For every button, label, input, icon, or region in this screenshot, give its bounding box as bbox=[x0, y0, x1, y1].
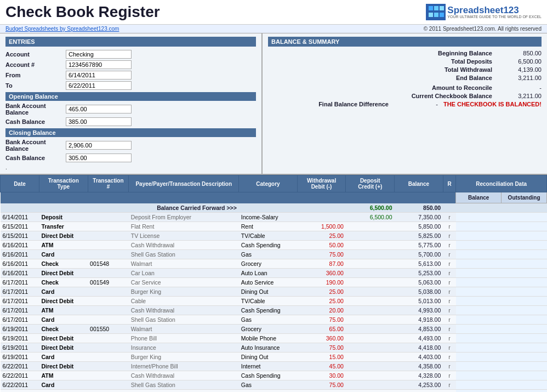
recon-balance-cell bbox=[456, 352, 502, 361]
top-section: ENTRIES Account Checking Account # 12345… bbox=[0, 33, 547, 175]
account-row: Account Checking bbox=[5, 50, 256, 59]
site-link[interactable]: Budget Spreadsheets by Spreadsheet123.co… bbox=[5, 26, 119, 32]
opening-cash-row: Cash Balance 385.00 bbox=[5, 117, 256, 126]
recon-balance-cell bbox=[456, 389, 502, 392]
recon-outstanding-cell bbox=[502, 324, 547, 333]
header: Check Book Register Spreadsheet123 YOUR … bbox=[0, 0, 547, 25]
account-num-value[interactable]: 1234567890 bbox=[66, 60, 132, 69]
to-row: To 6/22/2011 bbox=[5, 81, 256, 90]
recon-balance-cell bbox=[456, 361, 502, 371]
opening-cash-label: Cash Balance bbox=[5, 118, 66, 125]
account-num-row: Account # 1234567890 bbox=[5, 60, 256, 69]
table-row: 6/22/2011Check001551WalmartGrocery87.004… bbox=[1, 389, 547, 392]
entries-header: ENTRIES bbox=[5, 37, 256, 47]
recon-balance-cell bbox=[456, 240, 502, 249]
recon-balance-cell bbox=[456, 249, 502, 259]
table-row: 6/19/2011Direct DebitPhone BillMobile Ph… bbox=[1, 333, 547, 343]
logo-tagline: YOUR ULTIMATE GUIDE TO THE WORLD OF EXCE… bbox=[447, 15, 542, 19]
recon-balance-header: Balance bbox=[456, 192, 502, 203]
recon-balance-cell bbox=[456, 380, 502, 389]
table-row: 6/17/2011CardBurger KingDining Out25.005… bbox=[1, 287, 547, 296]
to-value[interactable]: 6/22/2011 bbox=[66, 81, 132, 90]
table-row: 6/16/2011ATMCash WithdrawalCash Spending… bbox=[1, 240, 547, 249]
closing-cash-row: Cash Balance 305.00 bbox=[5, 154, 256, 162]
recon-outstanding-cell bbox=[502, 343, 547, 352]
account-label: Account bbox=[5, 51, 66, 58]
recon-outstanding-cell bbox=[502, 389, 547, 392]
recon-outstanding-cell bbox=[502, 315, 547, 324]
end-balance-row: End Balance 3,211.00 bbox=[268, 75, 542, 81]
register-header-row: Date TransactionType Transaction# Payee/… bbox=[1, 175, 547, 192]
recon-outstanding-header: Outstanding bbox=[502, 192, 547, 203]
amount-reconcile-label: Amount to Reconcile bbox=[383, 84, 492, 91]
col-header-num: Transaction# bbox=[88, 175, 129, 192]
current-checkbook-row: Current Checkbook Balance 3,211.00 bbox=[268, 93, 542, 99]
recon-outstanding-cell bbox=[502, 305, 547, 315]
account-value[interactable]: Checking bbox=[66, 50, 132, 59]
logo-text: Spreadsheet123 bbox=[447, 5, 542, 15]
register-section: Date TransactionType Transaction# Payee/… bbox=[0, 175, 547, 392]
opening-bank-label: Bank Account Balance bbox=[5, 103, 66, 116]
table-row: 6/17/2011Direct DebitCableTV/Cable25.005… bbox=[1, 296, 547, 305]
entries-panel: ENTRIES Account Checking Account # 12345… bbox=[0, 33, 263, 174]
col-header-desc: Payee/Payer/Transaction Description bbox=[129, 175, 239, 192]
table-row: 6/17/2011CardShell Gas StationGas75.004,… bbox=[1, 315, 547, 324]
final-difference-value: - bbox=[394, 101, 438, 107]
col-header-date: Date bbox=[1, 175, 39, 192]
copyright: © 2011 Spreadsheet123.com. All rights re… bbox=[424, 26, 542, 32]
total-withdrawal-row: Total Withdrawal 4,139.00 bbox=[268, 66, 542, 73]
from-label: From bbox=[5, 72, 66, 78]
balance-panel: BALANCE & SUMMARY Beginning Balance 850.… bbox=[263, 33, 547, 174]
recon-outstanding-cell bbox=[502, 371, 547, 380]
recon-balance-cell bbox=[456, 231, 502, 240]
col-header-wd: WithdrawalDebit (-) bbox=[297, 175, 346, 192]
amount-reconcile-row: Amount to Reconcile - bbox=[268, 84, 542, 91]
recon-outstanding-cell bbox=[502, 380, 547, 389]
register-subheader-row: Balance Outstanding bbox=[1, 192, 547, 203]
recon-balance-cell bbox=[456, 305, 502, 315]
recon-outstanding-cell bbox=[502, 333, 547, 343]
opening-cash-value[interactable]: 385.00 bbox=[66, 117, 132, 126]
total-deposits-row: Total Deposits 6,500.00 bbox=[268, 58, 542, 65]
recon-balance-cell bbox=[456, 315, 502, 324]
col-header-bal: Balance bbox=[395, 175, 443, 192]
current-checkbook-value: 3,211.00 bbox=[498, 93, 542, 99]
closing-cash-value[interactable]: 305.00 bbox=[66, 154, 132, 162]
table-row: 6/15/2011Direct DebitTV LicenseTV/Cable2… bbox=[1, 231, 547, 240]
total-withdrawal-label: Total Withdrawal bbox=[383, 66, 492, 73]
recon-outstanding-cell bbox=[502, 240, 547, 249]
opening-bank-value[interactable]: 465.00 bbox=[66, 105, 132, 113]
recon-balance-cell bbox=[456, 333, 502, 343]
total-deposits-label: Total Deposits bbox=[383, 58, 492, 65]
recon-outstanding-cell bbox=[502, 231, 547, 240]
carried-forward-row: Balance Carried Forward >>> 6,500.00 850… bbox=[1, 203, 547, 213]
recon-outstanding-cell bbox=[502, 259, 547, 268]
closing-cash-label: Cash Balance bbox=[5, 155, 66, 161]
beginning-balance-row: Beginning Balance 850.00 bbox=[268, 50, 542, 56]
recon-outstanding-cell bbox=[502, 249, 547, 259]
table-row: 6/19/2011Direct DebitInsuranceAuto Insur… bbox=[1, 343, 547, 352]
register-table: Date TransactionType Transaction# Payee/… bbox=[0, 175, 547, 392]
end-balance-label: End Balance bbox=[383, 75, 492, 81]
closing-bank-value[interactable]: 2,906.00 bbox=[66, 141, 132, 150]
closing-bank-label: Bank Account Balance bbox=[5, 139, 66, 152]
recon-balance-cell bbox=[456, 277, 502, 287]
from-value[interactable]: 6/14/2011 bbox=[66, 71, 132, 79]
recon-outstanding-cell bbox=[502, 287, 547, 296]
recon-balance-cell bbox=[456, 324, 502, 333]
recon-outstanding-cell bbox=[502, 221, 547, 231]
opening-bank-row: Bank Account Balance 465.00 bbox=[5, 103, 256, 116]
table-row: 6/19/2011CardBurger KingDining Out15.004… bbox=[1, 352, 547, 361]
end-balance-value: 3,211.00 bbox=[498, 75, 542, 81]
recon-balance-cell bbox=[456, 287, 502, 296]
recon-balance-cell bbox=[456, 268, 502, 277]
col-header-dep: DepositCredit (+) bbox=[346, 175, 395, 192]
recon-balance-cell bbox=[456, 259, 502, 268]
table-row: 6/17/2011ATMCash WithdrawalCash Spending… bbox=[1, 305, 547, 315]
recon-outstanding-cell bbox=[502, 277, 547, 287]
recon-outstanding-cell bbox=[502, 296, 547, 305]
recon-balance-cell bbox=[456, 343, 502, 352]
table-row: 6/16/2011CardShell Gas StationGas75.005,… bbox=[1, 249, 547, 259]
carried-forward-label: Balance Carried Forward >>> bbox=[1, 203, 239, 213]
to-label: To bbox=[5, 82, 66, 89]
